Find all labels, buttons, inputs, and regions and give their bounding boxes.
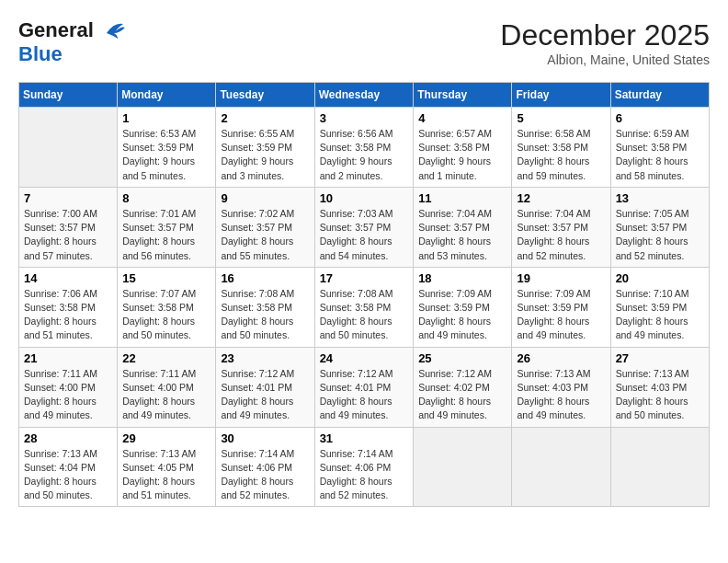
day-info: Sunrise: 7:02 AMSunset: 3:57 PMDaylight:…: [221, 207, 309, 263]
day-info: Sunrise: 6:56 AMSunset: 3:58 PMDaylight:…: [320, 127, 409, 183]
day-info: Sunrise: 7:12 AMSunset: 4:02 PMDaylight:…: [418, 367, 506, 423]
calendar-cell: [19, 108, 118, 188]
day-info: Sunrise: 7:10 AMSunset: 3:59 PMDaylight:…: [616, 287, 704, 343]
day-number: 23: [221, 351, 309, 365]
day-number: 4: [418, 111, 506, 125]
day-number: 26: [517, 351, 605, 365]
calendar-cell: 30Sunrise: 7:14 AMSunset: 4:06 PMDayligh…: [216, 427, 314, 507]
day-info: Sunrise: 7:14 AMSunset: 4:06 PMDaylight:…: [221, 447, 309, 503]
day-info: Sunrise: 7:11 AMSunset: 4:00 PMDaylight:…: [24, 367, 112, 423]
calendar-cell: 12Sunrise: 7:04 AMSunset: 3:57 PMDayligh…: [512, 187, 610, 267]
day-number: 28: [24, 431, 112, 445]
calendar-cell: 18Sunrise: 7:09 AMSunset: 3:59 PMDayligh…: [414, 267, 512, 347]
day-info: Sunrise: 7:13 AMSunset: 4:04 PMDaylight:…: [24, 447, 112, 503]
day-info: Sunrise: 7:04 AMSunset: 3:57 PMDaylight:…: [418, 207, 506, 263]
calendar-cell: [414, 427, 512, 507]
calendar-cell: 6Sunrise: 6:59 AMSunset: 3:58 PMDaylight…: [610, 108, 709, 188]
day-number: 27: [616, 351, 704, 365]
day-info: Sunrise: 7:13 AMSunset: 4:03 PMDaylight:…: [616, 367, 704, 423]
day-number: 13: [616, 191, 704, 205]
calendar-cell: 24Sunrise: 7:12 AMSunset: 4:01 PMDayligh…: [314, 347, 414, 427]
calendar-cell: 10Sunrise: 7:03 AMSunset: 3:57 PMDayligh…: [314, 187, 414, 267]
day-number: 25: [418, 351, 506, 365]
calendar-week-4: 21Sunrise: 7:11 AMSunset: 4:00 PMDayligh…: [19, 347, 710, 427]
day-info: Sunrise: 7:04 AMSunset: 3:57 PMDaylight:…: [517, 207, 605, 263]
logo-bird-icon: [97, 20, 125, 40]
calendar-cell: 17Sunrise: 7:08 AMSunset: 3:58 PMDayligh…: [314, 267, 414, 347]
calendar-week-3: 14Sunrise: 7:06 AMSunset: 3:58 PMDayligh…: [19, 267, 710, 347]
header-wednesday: Wednesday: [314, 83, 414, 108]
header-thursday: Thursday: [414, 83, 512, 108]
day-number: 24: [320, 351, 409, 365]
calendar-cell: 20Sunrise: 7:10 AMSunset: 3:59 PMDayligh…: [610, 267, 709, 347]
header-sunday: Sunday: [19, 83, 118, 108]
calendar-cell: 15Sunrise: 7:07 AMSunset: 3:58 PMDayligh…: [118, 267, 216, 347]
day-number: 22: [122, 351, 210, 365]
day-info: Sunrise: 7:13 AMSunset: 4:05 PMDaylight:…: [122, 447, 210, 503]
calendar-cell: 9Sunrise: 7:02 AMSunset: 3:57 PMDaylight…: [216, 187, 314, 267]
day-info: Sunrise: 7:01 AMSunset: 3:57 PMDaylight:…: [122, 207, 210, 263]
header-saturday: Saturday: [610, 83, 709, 108]
title-block: December 2025 Albion, Maine, United Stat…: [500, 18, 710, 67]
calendar-cell: 21Sunrise: 7:11 AMSunset: 4:00 PMDayligh…: [19, 347, 118, 427]
calendar-cell: 23Sunrise: 7:12 AMSunset: 4:01 PMDayligh…: [216, 347, 314, 427]
calendar-cell: 11Sunrise: 7:04 AMSunset: 3:57 PMDayligh…: [414, 187, 512, 267]
day-info: Sunrise: 6:59 AMSunset: 3:58 PMDaylight:…: [616, 127, 704, 183]
day-info: Sunrise: 6:57 AMSunset: 3:58 PMDaylight:…: [418, 127, 506, 183]
day-number: 1: [122, 111, 210, 125]
day-info: Sunrise: 7:09 AMSunset: 3:59 PMDaylight:…: [418, 287, 506, 343]
calendar-cell: 2Sunrise: 6:55 AMSunset: 3:59 PMDaylight…: [216, 108, 314, 188]
day-info: Sunrise: 7:12 AMSunset: 4:01 PMDaylight:…: [221, 367, 309, 423]
calendar-cell: [610, 427, 709, 507]
calendar-cell: 13Sunrise: 7:05 AMSunset: 3:57 PMDayligh…: [610, 187, 709, 267]
logo-text-general: General: [18, 18, 94, 42]
calendar-cell: [512, 427, 610, 507]
day-number: 20: [616, 271, 704, 285]
day-number: 19: [517, 271, 605, 285]
calendar-cell: 19Sunrise: 7:09 AMSunset: 3:59 PMDayligh…: [512, 267, 610, 347]
day-info: Sunrise: 7:09 AMSunset: 3:59 PMDaylight:…: [517, 287, 605, 343]
calendar-week-2: 7Sunrise: 7:00 AMSunset: 3:57 PMDaylight…: [19, 187, 710, 267]
day-info: Sunrise: 6:53 AMSunset: 3:59 PMDaylight:…: [122, 127, 210, 183]
day-info: Sunrise: 7:08 AMSunset: 3:58 PMDaylight:…: [320, 287, 409, 343]
day-info: Sunrise: 7:05 AMSunset: 3:57 PMDaylight:…: [616, 207, 704, 263]
calendar-week-1: 1Sunrise: 6:53 AMSunset: 3:59 PMDaylight…: [19, 108, 710, 188]
calendar-cell: 29Sunrise: 7:13 AMSunset: 4:05 PMDayligh…: [118, 427, 216, 507]
day-info: Sunrise: 7:13 AMSunset: 4:03 PMDaylight:…: [517, 367, 605, 423]
day-number: 11: [418, 191, 506, 205]
calendar-cell: 14Sunrise: 7:06 AMSunset: 3:58 PMDayligh…: [19, 267, 118, 347]
day-info: Sunrise: 7:03 AMSunset: 3:57 PMDaylight:…: [320, 207, 409, 263]
location: Albion, Maine, United States: [500, 52, 710, 67]
day-number: 10: [320, 191, 409, 205]
calendar-cell: 22Sunrise: 7:11 AMSunset: 4:00 PMDayligh…: [118, 347, 216, 427]
day-number: 15: [122, 271, 210, 285]
calendar-cell: 1Sunrise: 6:53 AMSunset: 3:59 PMDaylight…: [118, 108, 216, 188]
calendar-week-5: 28Sunrise: 7:13 AMSunset: 4:04 PMDayligh…: [19, 427, 710, 507]
day-number: 18: [418, 271, 506, 285]
day-number: 14: [24, 271, 112, 285]
day-number: 3: [320, 111, 409, 125]
day-info: Sunrise: 7:06 AMSunset: 3:58 PMDaylight:…: [24, 287, 112, 343]
header-monday: Monday: [118, 83, 216, 108]
day-number: 17: [320, 271, 409, 285]
day-number: 7: [24, 191, 112, 205]
day-info: Sunrise: 7:00 AMSunset: 3:57 PMDaylight:…: [24, 207, 112, 263]
calendar-header-row: SundayMondayTuesdayWednesdayThursdayFrid…: [19, 83, 710, 108]
logo: General Blue: [18, 18, 125, 66]
day-number: 6: [616, 111, 704, 125]
header-friday: Friday: [512, 83, 610, 108]
logo-text-blue: Blue: [18, 42, 63, 65]
calendar-cell: 8Sunrise: 7:01 AMSunset: 3:57 PMDaylight…: [118, 187, 216, 267]
calendar-cell: 25Sunrise: 7:12 AMSunset: 4:02 PMDayligh…: [414, 347, 512, 427]
day-number: 8: [122, 191, 210, 205]
month-title: December 2025: [500, 18, 710, 52]
day-info: Sunrise: 7:08 AMSunset: 3:58 PMDaylight:…: [221, 287, 309, 343]
page-header: General Blue December 2025 Albion, Maine…: [18, 18, 710, 67]
day-number: 2: [221, 111, 309, 125]
day-info: Sunrise: 7:11 AMSunset: 4:00 PMDaylight:…: [122, 367, 210, 423]
day-info: Sunrise: 6:55 AMSunset: 3:59 PMDaylight:…: [221, 127, 309, 183]
day-number: 5: [517, 111, 605, 125]
calendar-cell: 26Sunrise: 7:13 AMSunset: 4:03 PMDayligh…: [512, 347, 610, 427]
calendar-cell: 16Sunrise: 7:08 AMSunset: 3:58 PMDayligh…: [216, 267, 314, 347]
calendar-cell: 7Sunrise: 7:00 AMSunset: 3:57 PMDaylight…: [19, 187, 118, 267]
